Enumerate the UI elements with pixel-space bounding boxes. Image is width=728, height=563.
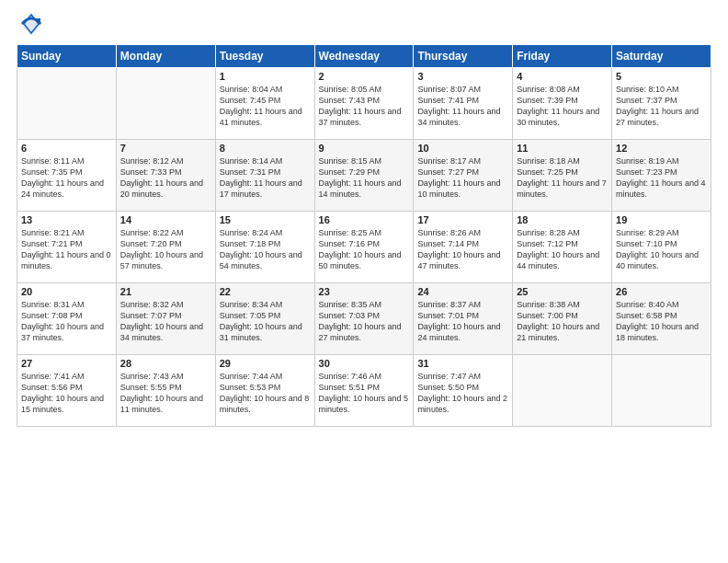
calendar-cell: 20Sunrise: 8:31 AMSunset: 7:08 PMDayligh… <box>17 283 117 355</box>
calendar-cell: 19Sunrise: 8:29 AMSunset: 7:10 PMDayligh… <box>612 212 711 283</box>
day-number: 20 <box>21 286 112 297</box>
weekday-header-monday: Monday <box>116 45 215 68</box>
day-info: Sunrise: 7:44 AMSunset: 5:53 PMDaylight:… <box>220 372 310 414</box>
calendar-cell: 22Sunrise: 8:34 AMSunset: 7:05 PMDayligh… <box>215 283 314 355</box>
calendar-cell: 1Sunrise: 8:04 AMSunset: 7:45 PMDaylight… <box>215 68 314 140</box>
day-number: 7 <box>120 143 211 154</box>
day-info: Sunrise: 8:04 AMSunset: 7:45 PMDaylight:… <box>220 85 302 127</box>
calendar-cell: 10Sunrise: 8:17 AMSunset: 7:27 PMDayligh… <box>414 140 513 212</box>
calendar-cell: 31Sunrise: 7:47 AMSunset: 5:50 PMDayligh… <box>414 355 513 427</box>
day-info: Sunrise: 8:35 AMSunset: 7:03 PMDaylight:… <box>319 300 402 342</box>
calendar-cell: 15Sunrise: 8:24 AMSunset: 7:18 PMDayligh… <box>215 212 314 283</box>
day-number: 11 <box>517 143 608 154</box>
calendar-cell: 14Sunrise: 8:22 AMSunset: 7:20 PMDayligh… <box>116 212 215 283</box>
day-info: Sunrise: 7:41 AMSunset: 5:56 PMDaylight:… <box>21 372 104 414</box>
day-info: Sunrise: 8:14 AMSunset: 7:31 PMDaylight:… <box>220 156 302 199</box>
day-number: 6 <box>21 143 112 154</box>
day-info: Sunrise: 8:21 AMSunset: 7:21 PMDaylight:… <box>21 228 111 270</box>
day-number: 29 <box>220 358 311 369</box>
day-info: Sunrise: 8:37 AMSunset: 7:01 PMDaylight:… <box>417 300 500 342</box>
day-info: Sunrise: 8:19 AMSunset: 7:23 PMDaylight:… <box>616 156 706 199</box>
day-info: Sunrise: 8:22 AMSunset: 7:20 PMDaylight:… <box>120 228 203 270</box>
calendar-cell: 17Sunrise: 8:26 AMSunset: 7:14 PMDayligh… <box>414 212 513 283</box>
day-info: Sunrise: 8:10 AMSunset: 7:37 PMDaylight:… <box>616 85 699 127</box>
day-number: 26 <box>616 286 707 297</box>
calendar-cell: 28Sunrise: 7:43 AMSunset: 5:55 PMDayligh… <box>116 355 215 427</box>
day-info: Sunrise: 8:18 AMSunset: 7:25 PMDaylight:… <box>517 156 607 199</box>
day-info: Sunrise: 8:05 AMSunset: 7:43 PMDaylight:… <box>319 85 402 127</box>
day-info: Sunrise: 8:08 AMSunset: 7:39 PMDaylight:… <box>517 85 599 127</box>
weekday-header-sunday: Sunday <box>17 45 117 68</box>
calendar-cell: 25Sunrise: 8:38 AMSunset: 7:00 PMDayligh… <box>513 283 612 355</box>
weekday-header-thursday: Thursday <box>414 45 513 68</box>
day-info: Sunrise: 8:31 AMSunset: 7:08 PMDaylight:… <box>21 300 104 342</box>
day-number: 27 <box>21 358 112 369</box>
day-info: Sunrise: 7:46 AMSunset: 5:51 PMDaylight:… <box>319 372 409 414</box>
calendar-cell: 13Sunrise: 8:21 AMSunset: 7:21 PMDayligh… <box>17 212 117 283</box>
day-info: Sunrise: 8:17 AMSunset: 7:27 PMDaylight:… <box>417 156 500 199</box>
day-info: Sunrise: 8:32 AMSunset: 7:07 PMDaylight:… <box>120 300 203 342</box>
day-number: 10 <box>417 143 508 154</box>
calendar-cell: 9Sunrise: 8:15 AMSunset: 7:29 PMDaylight… <box>314 140 414 212</box>
calendar-cell: 30Sunrise: 7:46 AMSunset: 5:51 PMDayligh… <box>314 355 414 427</box>
weekday-header-wednesday: Wednesday <box>314 45 414 68</box>
day-number: 3 <box>417 71 508 82</box>
day-info: Sunrise: 8:12 AMSunset: 7:33 PMDaylight:… <box>120 156 203 199</box>
day-number: 9 <box>319 143 410 154</box>
calendar-cell: 21Sunrise: 8:32 AMSunset: 7:07 PMDayligh… <box>116 283 215 355</box>
calendar-cell: 16Sunrise: 8:25 AMSunset: 7:16 PMDayligh… <box>314 212 414 283</box>
day-number: 13 <box>21 214 112 225</box>
day-info: Sunrise: 7:47 AMSunset: 5:50 PMDaylight:… <box>417 372 507 414</box>
day-number: 15 <box>220 214 311 225</box>
day-number: 28 <box>120 358 211 369</box>
day-number: 31 <box>417 358 508 369</box>
logo <box>18 11 48 37</box>
day-info: Sunrise: 8:11 AMSunset: 7:35 PMDaylight:… <box>21 156 104 199</box>
day-number: 8 <box>220 143 311 154</box>
calendar-cell: 11Sunrise: 8:18 AMSunset: 7:25 PMDayligh… <box>513 140 612 212</box>
day-number: 2 <box>319 71 410 82</box>
calendar-cell: 24Sunrise: 8:37 AMSunset: 7:01 PMDayligh… <box>414 283 513 355</box>
calendar-cell: 26Sunrise: 8:40 AMSunset: 6:58 PMDayligh… <box>612 283 711 355</box>
day-info: Sunrise: 8:40 AMSunset: 6:58 PMDaylight:… <box>616 300 699 342</box>
day-number: 30 <box>319 358 410 369</box>
day-number: 12 <box>616 143 707 154</box>
calendar-cell: 2Sunrise: 8:05 AMSunset: 7:43 PMDaylight… <box>314 68 414 140</box>
calendar-cell: 4Sunrise: 8:08 AMSunset: 7:39 PMDaylight… <box>513 68 612 140</box>
calendar-cell: 6Sunrise: 8:11 AMSunset: 7:35 PMDaylight… <box>17 140 117 212</box>
weekday-header-friday: Friday <box>513 45 612 68</box>
day-number: 22 <box>220 286 311 297</box>
calendar-cell: 12Sunrise: 8:19 AMSunset: 7:23 PMDayligh… <box>612 140 711 212</box>
calendar-cell: 27Sunrise: 7:41 AMSunset: 5:56 PMDayligh… <box>17 355 117 427</box>
day-number: 5 <box>616 71 707 82</box>
day-info: Sunrise: 8:24 AMSunset: 7:18 PMDaylight:… <box>220 228 302 270</box>
day-info: Sunrise: 8:38 AMSunset: 7:00 PMDaylight:… <box>517 300 599 342</box>
day-number: 18 <box>517 214 608 225</box>
day-number: 1 <box>220 71 311 82</box>
calendar-cell: 18Sunrise: 8:28 AMSunset: 7:12 PMDayligh… <box>513 212 612 283</box>
calendar-cell: 29Sunrise: 7:44 AMSunset: 5:53 PMDayligh… <box>215 355 314 427</box>
page: { "logo": { "general": "General", "blue"… <box>0 0 728 563</box>
day-info: Sunrise: 8:07 AMSunset: 7:41 PMDaylight:… <box>417 85 500 127</box>
calendar-cell <box>513 355 612 427</box>
calendar-cell <box>612 355 711 427</box>
calendar-cell: 8Sunrise: 8:14 AMSunset: 7:31 PMDaylight… <box>215 140 314 212</box>
day-info: Sunrise: 7:43 AMSunset: 5:55 PMDaylight:… <box>120 372 203 414</box>
calendar-cell <box>17 68 117 140</box>
day-number: 17 <box>417 214 508 225</box>
calendar-cell: 5Sunrise: 8:10 AMSunset: 7:37 PMDaylight… <box>612 68 711 140</box>
day-info: Sunrise: 8:28 AMSunset: 7:12 PMDaylight:… <box>517 228 599 270</box>
calendar-cell <box>116 68 215 140</box>
day-info: Sunrise: 8:25 AMSunset: 7:16 PMDaylight:… <box>319 228 402 270</box>
day-number: 25 <box>517 286 608 297</box>
weekday-header-saturday: Saturday <box>612 45 711 68</box>
day-info: Sunrise: 8:15 AMSunset: 7:29 PMDaylight:… <box>319 156 402 199</box>
day-info: Sunrise: 8:26 AMSunset: 7:14 PMDaylight:… <box>417 228 500 270</box>
calendar-cell: 7Sunrise: 8:12 AMSunset: 7:33 PMDaylight… <box>116 140 215 212</box>
header <box>0 0 728 44</box>
day-number: 23 <box>319 286 410 297</box>
logo-icon <box>18 11 44 37</box>
day-info: Sunrise: 8:29 AMSunset: 7:10 PMDaylight:… <box>616 228 699 270</box>
calendar-cell: 23Sunrise: 8:35 AMSunset: 7:03 PMDayligh… <box>314 283 414 355</box>
weekday-header-tuesday: Tuesday <box>215 45 314 68</box>
